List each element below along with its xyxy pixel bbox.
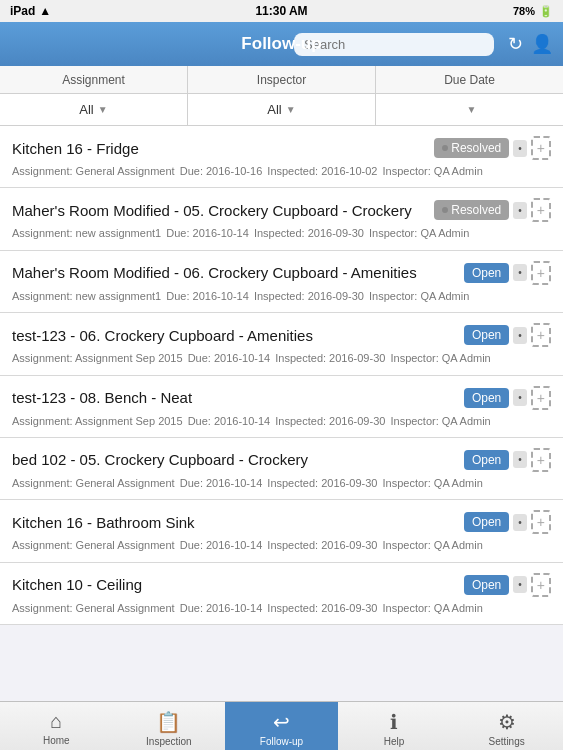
inspected-label: Inspected: 2016-09-30 — [267, 477, 377, 489]
item-header: test-123 - 06. Crockery Cupboard - Ameni… — [12, 323, 551, 347]
tab-inspection[interactable]: 📋 Inspection — [113, 702, 226, 750]
item-title: test-123 - 08. Bench - Neat — [12, 389, 464, 406]
item-menu-button[interactable]: • — [513, 202, 527, 219]
filter-dropdown-duedate[interactable]: ▼ — [376, 94, 563, 125]
item-meta: Assignment: General Assignment Due: 2016… — [12, 601, 551, 616]
filter-label-inspector: Inspector — [188, 66, 376, 93]
item-expand-button[interactable]: + — [531, 261, 551, 285]
item-meta: Assignment: new assignment1 Due: 2016-10… — [12, 226, 551, 241]
status-resolved-button[interactable]: Resolved — [434, 200, 509, 220]
item-header: Maher's Room Modified - 05. Crockery Cup… — [12, 198, 551, 222]
status-open-button[interactable]: Open — [464, 450, 509, 470]
inspector-label: Inspector: QA Admin — [382, 602, 482, 614]
due-label: Due: 2016-10-14 — [188, 352, 271, 364]
tab-settings[interactable]: ⚙ Settings — [450, 702, 563, 750]
item-actions: Open • + — [464, 573, 551, 597]
item-expand-button[interactable]: + — [531, 136, 551, 160]
tab-label: Help — [384, 736, 405, 747]
item-expand-button[interactable]: + — [531, 573, 551, 597]
item-menu-button[interactable]: • — [513, 576, 527, 593]
inspected-label: Inspected: 2016-09-30 — [275, 352, 385, 364]
item-actions: Open • + — [464, 448, 551, 472]
list-item: test-123 - 08. Bench - Neat Open • + Ass… — [0, 376, 563, 438]
item-title: Maher's Room Modified - 06. Crockery Cup… — [12, 264, 464, 281]
status-resolved-button[interactable]: Resolved — [434, 138, 509, 158]
item-title: Kitchen 16 - Bathroom Sink — [12, 514, 464, 531]
filter-dropdown-assignment[interactable]: All ▼ — [0, 94, 188, 125]
list-item: bed 102 - 05. Crockery Cupboard - Crocke… — [0, 438, 563, 500]
item-header: Maher's Room Modified - 06. Crockery Cup… — [12, 261, 551, 285]
help-icon: ℹ — [390, 710, 398, 734]
item-meta: Assignment: General Assignment Due: 2016… — [12, 476, 551, 491]
item-title: Kitchen 16 - Fridge — [12, 140, 434, 157]
item-expand-button[interactable]: + — [531, 386, 551, 410]
inspected-label: Inspected: 2016-09-30 — [254, 290, 364, 302]
item-menu-button[interactable]: • — [513, 327, 527, 344]
status-open-button[interactable]: Open — [464, 575, 509, 595]
item-header: Kitchen 10 - Ceiling Open • + — [12, 573, 551, 597]
inspection-icon: 📋 — [156, 710, 181, 734]
refresh-icon[interactable]: ↻ — [508, 33, 523, 55]
status-open-button[interactable]: Open — [464, 512, 509, 532]
items-list: Kitchen 16 - Fridge Resolved • + Assignm… — [0, 126, 563, 674]
list-item: Maher's Room Modified - 05. Crockery Cup… — [0, 188, 563, 250]
filter-label-duedate: Due Date — [376, 66, 563, 93]
item-meta: Assignment: Assignment Sep 2015 Due: 201… — [12, 414, 551, 429]
item-actions: Resolved • + — [434, 198, 551, 222]
item-title: test-123 - 06. Crockery Cupboard - Ameni… — [12, 327, 464, 344]
item-expand-button[interactable]: + — [531, 510, 551, 534]
due-label: Due: 2016-10-16 — [180, 165, 263, 177]
item-header: Kitchen 16 - Fridge Resolved • + — [12, 136, 551, 160]
list-item: test-123 - 06. Crockery Cupboard - Ameni… — [0, 313, 563, 375]
carrier-text: iPad — [10, 4, 35, 18]
item-menu-button[interactable]: • — [513, 451, 527, 468]
assignment-label: Assignment: Assignment Sep 2015 — [12, 352, 183, 364]
settings-icon: ⚙ — [498, 710, 516, 734]
tab-label: Settings — [489, 736, 525, 747]
status-bar-right: 78% 🔋 — [513, 5, 553, 18]
item-expand-button[interactable]: + — [531, 323, 551, 347]
filter-labels-row: Assignment Inspector Due Date — [0, 66, 563, 94]
item-title: bed 102 - 05. Crockery Cupboard - Crocke… — [12, 451, 464, 468]
home-icon: ⌂ — [50, 710, 62, 733]
due-label: Due: 2016-10-14 — [188, 415, 271, 427]
chevron-down-icon: ▼ — [98, 104, 108, 115]
user-icon[interactable]: 👤 — [531, 33, 553, 55]
filter-dropdown-inspector[interactable]: All ▼ — [188, 94, 376, 125]
item-expand-button[interactable]: + — [531, 198, 551, 222]
assignment-label: Assignment: General Assignment — [12, 165, 175, 177]
item-menu-button[interactable]: • — [513, 514, 527, 531]
item-actions: Open • + — [464, 510, 551, 534]
inspected-label: Inspected: 2016-09-30 — [254, 227, 364, 239]
item-actions: Open • + — [464, 261, 551, 285]
due-label: Due: 2016-10-14 — [166, 290, 249, 302]
item-meta: Assignment: Assignment Sep 2015 Due: 201… — [12, 351, 551, 366]
tab-home[interactable]: ⌂ Home — [0, 702, 113, 750]
item-meta: Assignment: new assignment1 Due: 2016-10… — [12, 289, 551, 304]
list-item: Kitchen 16 - Fridge Resolved • + Assignm… — [0, 126, 563, 188]
item-menu-button[interactable]: • — [513, 140, 527, 157]
inspected-label: Inspected: 2016-10-02 — [267, 165, 377, 177]
item-menu-button[interactable]: • — [513, 389, 527, 406]
item-menu-button[interactable]: • — [513, 264, 527, 281]
item-actions: Open • + — [464, 323, 551, 347]
list-item: Kitchen 16 - Bathroom Sink Open • + Assi… — [0, 500, 563, 562]
tab-help[interactable]: ℹ Help — [338, 702, 451, 750]
follow-up-icon: ↩ — [273, 710, 290, 734]
tab-followup[interactable]: ↩ Follow-up — [225, 702, 338, 750]
search-input[interactable] — [294, 33, 494, 56]
status-bar-time: 11:30 AM — [255, 4, 307, 18]
assignment-label: Assignment: new assignment1 — [12, 227, 161, 239]
assignment-label: Assignment: new assignment1 — [12, 290, 161, 302]
item-title: Maher's Room Modified - 05. Crockery Cup… — [12, 202, 434, 219]
status-open-button[interactable]: Open — [464, 263, 509, 283]
item-expand-button[interactable]: + — [531, 448, 551, 472]
item-meta: Assignment: General Assignment Due: 2016… — [12, 164, 551, 179]
inspected-label: Inspected: 2016-09-30 — [267, 539, 377, 551]
tab-label: Home — [43, 735, 70, 746]
inspector-label: Inspector: QA Admin — [369, 227, 469, 239]
status-open-button[interactable]: Open — [464, 325, 509, 345]
item-actions: Open • + — [464, 386, 551, 410]
inspector-label: Inspector: QA Admin — [390, 352, 490, 364]
status-open-button[interactable]: Open — [464, 388, 509, 408]
